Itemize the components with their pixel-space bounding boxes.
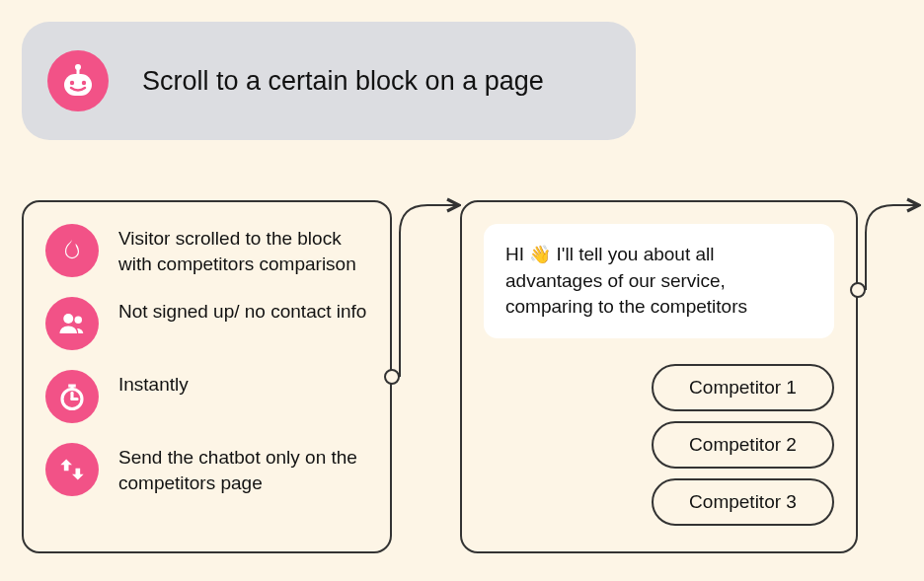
option-competitor-2[interactable]: Competitor 2 — [652, 421, 834, 469]
header-title: Scroll to a certain block on a page — [142, 66, 544, 97]
trigger-text: Send the chatbot only on the competitors… — [118, 443, 368, 495]
svg-point-4 — [82, 81, 86, 85]
connector-dot — [850, 282, 866, 298]
trigger-row: Send the chatbot only on the competitors… — [45, 443, 368, 496]
trigger-text: Instantly — [118, 370, 189, 398]
svg-point-3 — [70, 81, 74, 85]
svg-rect-1 — [77, 69, 80, 74]
trigger-row: Not signed up/ no contact info — [45, 297, 368, 350]
flame-icon — [45, 224, 99, 277]
wave-icon: 👋 — [529, 245, 551, 264]
response-card: HI 👋 I'll tell you about all advantages … — [460, 200, 858, 553]
arrows-icon — [45, 443, 99, 496]
chat-prefix: HI — [505, 244, 529, 264]
header-card: Scroll to a certain block on a page — [22, 22, 636, 140]
trigger-row: Instantly — [45, 370, 368, 423]
svg-point-5 — [63, 314, 73, 324]
option-competitor-3[interactable]: Competitor 3 — [652, 478, 834, 526]
bot-icon — [47, 50, 109, 111]
stopwatch-icon — [45, 370, 99, 423]
trigger-text: Not signed up/ no contact info — [118, 297, 366, 325]
trigger-card: Visitor scrolled to the block with compe… — [22, 200, 392, 553]
connector-dot — [384, 369, 400, 385]
option-competitor-1[interactable]: Competitor 1 — [652, 364, 834, 411]
option-list: Competitor 1 Competitor 2 Competitor 3 — [484, 364, 834, 526]
trigger-text: Visitor scrolled to the block with compe… — [118, 224, 368, 276]
users-icon — [45, 297, 99, 350]
connector-arrow — [392, 193, 469, 387]
svg-point-6 — [75, 317, 83, 325]
chat-message: HI 👋 I'll tell you about all advantages … — [484, 224, 834, 338]
connector-arrow — [858, 193, 924, 300]
svg-rect-2 — [64, 74, 92, 96]
trigger-row: Visitor scrolled to the block with compe… — [45, 224, 368, 277]
